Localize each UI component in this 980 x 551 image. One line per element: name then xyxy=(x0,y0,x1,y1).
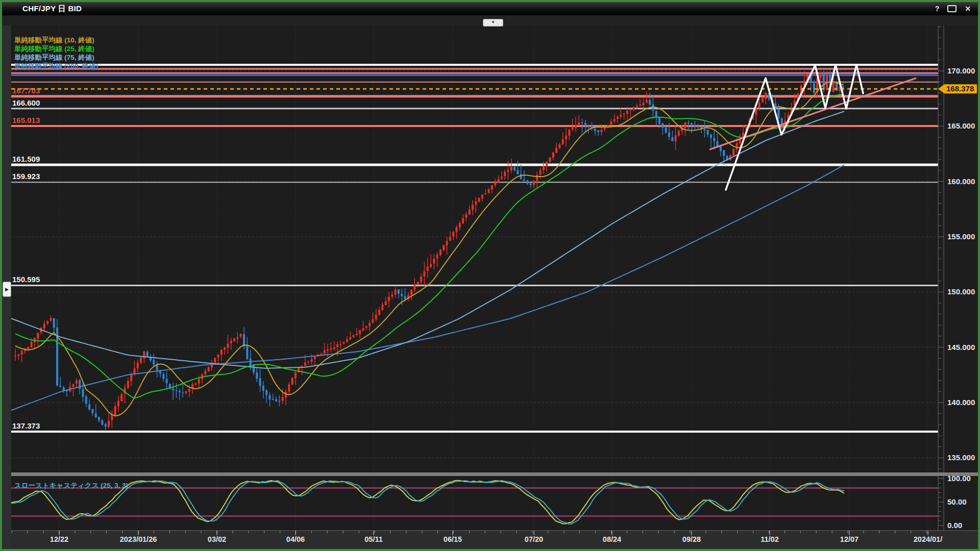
panel-expander-button[interactable]: ▶ xyxy=(3,282,11,297)
svg-text:165.000: 165.000 xyxy=(947,121,975,130)
svg-text:161.509: 161.509 xyxy=(12,155,40,163)
stochastic-label: スローストキャスティクス (25, 3, 3) xyxy=(14,482,128,489)
window-title: CHF/JPY 日 BID xyxy=(22,4,82,14)
pane-splitter[interactable] xyxy=(2,472,978,476)
svg-text:159.923: 159.923 xyxy=(12,172,40,181)
svg-text:04/06: 04/06 xyxy=(286,535,305,543)
svg-text:07/20: 07/20 xyxy=(525,535,543,543)
svg-text:155.000: 155.000 xyxy=(947,232,975,241)
svg-text:167.703: 167.703 xyxy=(12,86,40,95)
svg-text:150.000: 150.000 xyxy=(947,287,975,296)
help-button[interactable]: ? xyxy=(935,5,940,12)
svg-text:11/02: 11/02 xyxy=(761,535,779,543)
svg-text:05/11: 05/11 xyxy=(364,535,383,543)
svg-text:160.000: 160.000 xyxy=(947,177,975,186)
svg-text:170.000: 170.000 xyxy=(947,66,975,75)
maximize-icon[interactable] xyxy=(947,5,957,12)
svg-text:166.600: 166.600 xyxy=(12,98,40,107)
svg-text:168.378: 168.378 xyxy=(946,84,974,93)
svg-text:単純移動平均線 (75, 終値): 単純移動平均線 (75, 終値) xyxy=(14,54,94,61)
collapse-toolbar-button[interactable]: ▼ xyxy=(483,19,503,27)
svg-text:135.000: 135.000 xyxy=(947,453,975,462)
svg-text:100.00: 100.00 xyxy=(947,474,971,483)
svg-text:09/28: 09/28 xyxy=(682,535,701,543)
svg-text:単純移動平均線 (200, 終値): 単純移動平均線 (200, 終値) xyxy=(14,62,98,70)
svg-text:140.000: 140.000 xyxy=(947,398,975,407)
svg-text:12/07: 12/07 xyxy=(840,535,859,543)
window-controls: ? ✕ xyxy=(935,5,971,12)
svg-text:12/22: 12/22 xyxy=(50,535,68,543)
chart-canvas[interactable]: 167.703166.600165.013161.509159.923150.5… xyxy=(0,0,980,551)
svg-text:単純移動平均線 (25, 終値): 単純移動平均線 (25, 終値) xyxy=(14,45,94,53)
svg-text:165.013: 165.013 xyxy=(12,116,40,124)
chart-window: CHF/JPY 日 BID ? ✕ ▼ ▶ 167.703166.600165.… xyxy=(0,0,980,551)
svg-text:137.373: 137.373 xyxy=(12,421,40,430)
close-icon[interactable]: ✕ xyxy=(965,5,971,12)
svg-text:08/24: 08/24 xyxy=(603,535,621,543)
svg-text:50.00: 50.00 xyxy=(947,497,967,506)
svg-text:0.00: 0.00 xyxy=(947,521,962,530)
svg-text:145.000: 145.000 xyxy=(947,343,975,352)
svg-text:150.595: 150.595 xyxy=(12,275,40,284)
current-price-badge: 168.378 xyxy=(938,84,977,93)
svg-text:2024/01/: 2024/01/ xyxy=(914,535,942,543)
svg-text:03/02: 03/02 xyxy=(208,535,226,543)
svg-text:単純移動平均線 (10, 終値): 単純移動平均線 (10, 終値) xyxy=(14,36,94,44)
svg-text:06/15: 06/15 xyxy=(444,535,462,543)
svg-text:2023/01/26: 2023/01/26 xyxy=(120,535,157,543)
title-bar[interactable]: CHF/JPY 日 BID ? ✕ xyxy=(2,2,978,15)
